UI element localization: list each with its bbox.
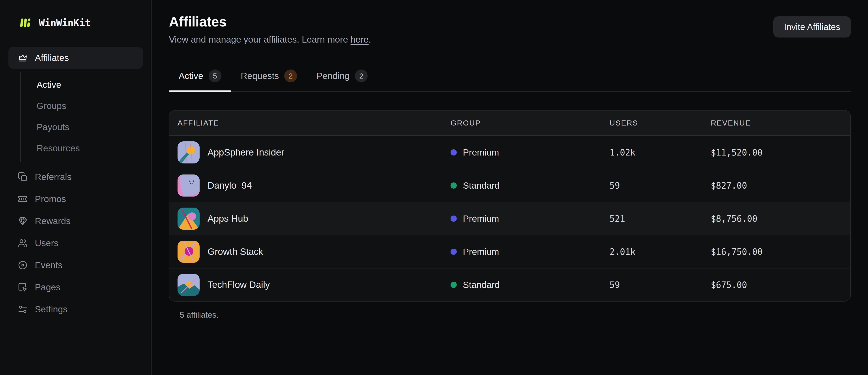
column-header-revenue: REVENUE: [711, 119, 841, 127]
table-header-row: AFFILIATE GROUP USERS REVENUE: [169, 111, 850, 136]
sidebar-item-label: Users: [35, 238, 58, 248]
revenue-value: $11,520.00: [711, 148, 841, 157]
tab-label: Active: [179, 71, 203, 81]
sidebar-item-label: Events: [35, 260, 62, 271]
table-row[interactable]: TechFlow Daily Standard 59 $675.00: [169, 268, 850, 301]
affiliate-avatar: [178, 175, 199, 196]
tab-label: Pending: [316, 71, 349, 81]
crown-icon: [18, 53, 28, 63]
affiliate-avatar: [178, 208, 199, 230]
page-subtitle: View and manage your affiliates. Learn m…: [169, 34, 851, 45]
table-footer-count: 5 affiliates.: [180, 310, 851, 320]
learn-more-link[interactable]: here: [351, 34, 369, 44]
users-icon: [18, 238, 28, 248]
sidebar-item-settings[interactable]: Settings: [8, 298, 143, 320]
column-header-users: USERS: [610, 119, 711, 127]
winwinkit-logo-icon: [19, 15, 33, 30]
tab-pending[interactable]: Pending 2: [307, 66, 377, 91]
tab-count-badge: 2: [284, 69, 297, 82]
sidebar-item-label: Referrals: [35, 172, 71, 182]
table-row[interactable]: Apps Hub Premium 521 $8,756.00: [169, 202, 850, 235]
sidebar-item-promos[interactable]: Promos: [8, 188, 143, 210]
group-dot: [451, 182, 457, 189]
sliders-icon: [18, 304, 28, 314]
users-value: 59: [610, 181, 711, 191]
page-title: Affiliates: [169, 14, 851, 30]
revenue-value: $8,756.00: [711, 214, 841, 224]
tab-label: Requests: [241, 71, 279, 81]
sidebar-item-label: Rewards: [35, 216, 70, 226]
sidebar-item-affiliates[interactable]: Affiliates: [8, 47, 143, 69]
table-row[interactable]: AppSphere Insider Premium 1.02k $11,520.…: [169, 136, 850, 169]
affiliate-name: TechFlow Daily: [208, 280, 270, 290]
group-label: Premium: [463, 147, 499, 158]
copy-icon: [18, 172, 28, 182]
invite-affiliates-button[interactable]: Invite Affiliates: [773, 16, 851, 37]
subtitle-text: View and manage your affiliates. Learn m…: [169, 34, 351, 44]
sidebar-item-label: Pages: [35, 282, 60, 292]
group-label: Premium: [463, 247, 499, 257]
tab-count-badge: 5: [209, 69, 221, 82]
sidebar-nav: Affiliates Active Groups Payouts Resourc…: [0, 47, 151, 320]
subnav-item-active[interactable]: Active: [37, 74, 151, 95]
revenue-value: $16,750.00: [711, 247, 841, 257]
users-value: 2.01k: [610, 247, 711, 257]
app-name: WinWinKit: [39, 17, 91, 29]
sidebar-item-rewards[interactable]: Rewards: [8, 210, 143, 232]
affiliate-name: Apps Hub: [208, 213, 248, 224]
affiliates-table: AFFILIATE GROUP USERS REVENUE AppSphere …: [169, 110, 851, 302]
main-content: Affiliates View and manage your affiliat…: [152, 0, 868, 375]
app-logo: WinWinKit: [0, 0, 151, 30]
revenue-value: $827.00: [711, 181, 841, 191]
group-dot: [451, 216, 457, 222]
column-header-group: GROUP: [451, 119, 610, 127]
disc-icon: [18, 260, 28, 270]
sidebar-item-label: Settings: [35, 304, 67, 315]
affiliate-avatar: [178, 142, 199, 163]
subtitle-period: .: [369, 34, 371, 44]
affiliate-name: AppSphere Insider: [208, 147, 284, 158]
subnav-item-payouts[interactable]: Payouts: [37, 117, 151, 138]
sidebar-item-referrals[interactable]: Referrals: [8, 166, 143, 188]
group-dot: [451, 282, 457, 288]
column-header-affiliate: AFFILIATE: [178, 119, 451, 127]
affiliate-name: Danylo_94: [208, 180, 252, 191]
group-label: Premium: [463, 214, 499, 224]
table-row[interactable]: Danylo_94 Standard 59 $827.00: [169, 169, 850, 202]
group-dot: [451, 149, 457, 156]
sidebar-item-pages[interactable]: Pages: [8, 276, 143, 298]
group-label: Standard: [463, 280, 499, 290]
users-value: 59: [610, 280, 711, 290]
ticket-icon: [18, 194, 28, 204]
table-row[interactable]: Growth Stack Premium 2.01k $16,750.00: [169, 235, 850, 268]
revenue-value: $675.00: [711, 280, 841, 290]
affiliate-avatar: [178, 241, 199, 263]
subnav-item-resources[interactable]: Resources: [37, 138, 151, 159]
users-value: 1.02k: [610, 148, 711, 157]
tab-requests[interactable]: Requests 2: [231, 66, 307, 91]
group-dot: [451, 249, 457, 255]
group-label: Standard: [463, 181, 499, 191]
affiliate-name: Growth Stack: [208, 246, 263, 257]
gem-icon: [18, 216, 28, 226]
affiliate-avatar: [178, 274, 199, 296]
affiliates-subnav: Active Groups Payouts Resources: [20, 72, 151, 162]
subnav-item-groups[interactable]: Groups: [37, 95, 151, 117]
tab-bar: Active 5 Requests 2 Pending 2: [169, 66, 851, 92]
sidebar-item-events[interactable]: Events: [8, 254, 143, 276]
sidebar-item-label: Affiliates: [35, 53, 69, 63]
page-cursor-icon: [18, 282, 28, 292]
sidebar-item-label: Promos: [35, 194, 66, 204]
tab-active[interactable]: Active 5: [169, 66, 231, 91]
sidebar: WinWinKit Affiliates Active Groups Payou…: [0, 0, 152, 375]
users-value: 521: [610, 214, 711, 224]
sidebar-item-users[interactable]: Users: [8, 232, 143, 254]
tab-count-badge: 2: [355, 69, 368, 82]
